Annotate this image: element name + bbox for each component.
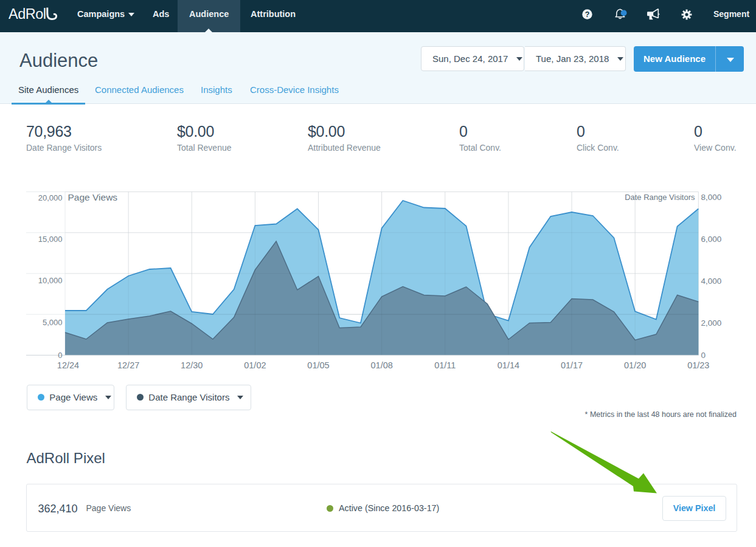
svg-text:5,000: 5,000 <box>43 318 63 327</box>
svg-text:01/11: 01/11 <box>434 360 456 370</box>
svg-text:0: 0 <box>701 351 706 360</box>
svg-text:12/27: 12/27 <box>117 360 139 370</box>
svg-text:01/02: 01/02 <box>244 360 266 370</box>
svg-text:20,000: 20,000 <box>38 193 63 202</box>
svg-text:12/30: 12/30 <box>181 360 203 370</box>
svg-text:01/20: 01/20 <box>624 360 646 370</box>
svg-text:Date Range Visitors: Date Range Visitors <box>625 193 695 202</box>
svg-text:01/08: 01/08 <box>371 360 393 370</box>
svg-text:6,000: 6,000 <box>701 235 722 244</box>
svg-text:0: 0 <box>58 351 62 360</box>
svg-text:12/24: 12/24 <box>57 360 79 370</box>
svg-text:Page Views: Page Views <box>68 192 118 202</box>
svg-text:01/14: 01/14 <box>498 360 519 370</box>
svg-text:01/23: 01/23 <box>687 360 709 370</box>
svg-text:10,000: 10,000 <box>38 276 63 285</box>
svg-text:2,000: 2,000 <box>701 318 722 328</box>
svg-text:01/05: 01/05 <box>307 360 329 370</box>
svg-text:4,000: 4,000 <box>701 277 722 286</box>
svg-text:15,000: 15,000 <box>38 235 63 244</box>
svg-text:01/17: 01/17 <box>561 360 583 370</box>
svg-text:8,000: 8,000 <box>701 193 722 202</box>
